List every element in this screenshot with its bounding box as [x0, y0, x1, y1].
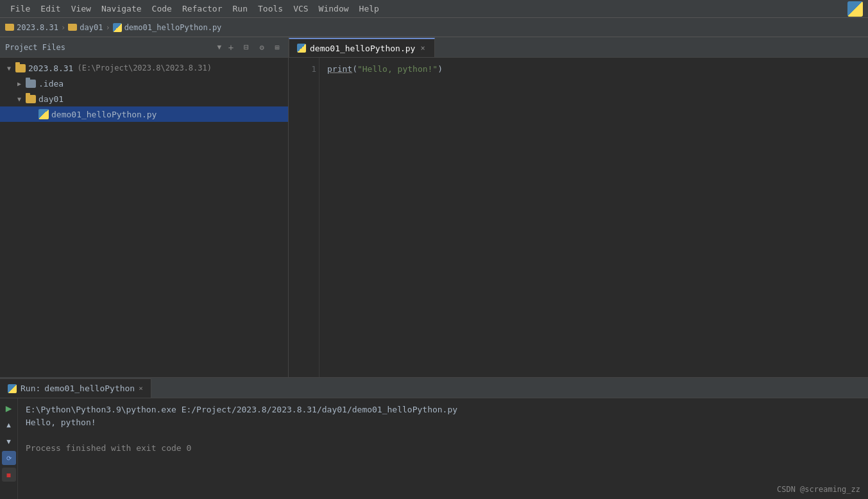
- tabs-bar: demo01_helloPython.py ×: [289, 37, 868, 58]
- breadcrumb-folder-label: day01: [80, 23, 103, 32]
- run-output: E:\Python\Python3.9\python.exe E:/Projec…: [18, 398, 868, 499]
- expand-root-icon: ▼: [5, 64, 13, 72]
- editor-tab-active[interactable]: demo01_helloPython.py ×: [289, 38, 435, 57]
- python-env-icon[interactable]: [847, 1, 863, 17]
- menu-code[interactable]: Code: [147, 3, 177, 15]
- run-down-button[interactable]: ▼: [2, 434, 16, 448]
- breadcrumb-sep-1: ›: [61, 23, 65, 32]
- breadcrumb-sep-2: ›: [105, 23, 110, 32]
- run-sidebar: ▶ ▲ ▼ ⟳ ■: [0, 398, 18, 499]
- sidebar-collapse-icon[interactable]: ⊟: [241, 42, 252, 53]
- breadcrumb-file-label: demo01_helloPython.py: [124, 23, 222, 32]
- run-output-line-4: Process finished with exit code 0: [26, 442, 860, 455]
- sidebar-header: Project Files ▼ + ⊟ ⚙ ⊞: [0, 37, 288, 58]
- sidebar-dropdown-arrow[interactable]: ▼: [217, 43, 221, 51]
- editor-run-area: Project Files ▼ + ⊟ ⚙ ⊞ ▼ 2023.8.31 (E:\…: [0, 37, 868, 377]
- expand-idea-icon: ▶: [15, 80, 23, 87]
- line-number-1: 1: [291, 63, 316, 76]
- menu-bar: File Edit View Navigate Code Refactor Ru…: [0, 0, 868, 18]
- run-tab-python-icon: [8, 384, 17, 393]
- tree-item-python-file[interactable]: demo01_helloPython.py: [0, 106, 288, 122]
- python-file-icon: [113, 23, 122, 32]
- watermark: CSDN @screaming_zz: [777, 485, 860, 494]
- breadcrumb-project[interactable]: 2023.8.31: [5, 23, 58, 32]
- run-tab-label: demo01_helloPython: [44, 384, 135, 393]
- tree-day01-label: day01: [38, 94, 64, 104]
- folder-icon-2: [68, 24, 77, 31]
- day01-folder-icon: [26, 95, 36, 103]
- menu-help[interactable]: Help: [354, 3, 384, 15]
- tree-item-day01[interactable]: ▼ day01: [0, 91, 288, 106]
- run-output-line-3: [26, 429, 860, 442]
- menu-navigate[interactable]: Navigate: [96, 3, 147, 15]
- sidebar-layout-icon[interactable]: ⊞: [271, 42, 283, 53]
- main-area: Project Files ▼ + ⊟ ⚙ ⊞ ▼ 2023.8.31 (E:\…: [0, 37, 868, 499]
- run-tab-prefix: Run:: [21, 384, 40, 393]
- run-stop-button[interactable]: ■: [2, 468, 16, 482]
- line-numbers: 1: [289, 58, 319, 377]
- code-string-value: "Hello, python!": [357, 64, 438, 74]
- run-tab-active[interactable]: Run: demo01_helloPython ×: [0, 378, 151, 398]
- tree-item-root[interactable]: ▼ 2023.8.31 (E:\Project\2023.8\2023.8.31…: [0, 60, 288, 76]
- folder-icon: [5, 24, 14, 31]
- menu-file[interactable]: File: [5, 3, 35, 15]
- breadcrumb-file[interactable]: demo01_helloPython.py: [113, 23, 222, 32]
- editor-area: demo01_helloPython.py × 1 print("Hello, …: [289, 37, 868, 377]
- run-panel-body: ▶ ▲ ▼ ⟳ ■ E:\Python\Python3.9\python.exe…: [0, 398, 868, 499]
- run-panel: Run: demo01_helloPython × ▶ ▲ ▼ ⟳ ■ E:\P…: [0, 377, 868, 499]
- run-up-button[interactable]: ▲: [2, 418, 16, 432]
- breadcrumb-project-label: 2023.8.31: [17, 23, 58, 32]
- sidebar-title: Project Files: [5, 43, 213, 52]
- editor-content: 1 print("Hello, python!"): [289, 58, 868, 377]
- editor-tab-close[interactable]: ×: [419, 43, 426, 53]
- sidebar: Project Files ▼ + ⊟ ⚙ ⊞ ▼ 2023.8.31 (E:\…: [0, 37, 289, 377]
- menu-view[interactable]: View: [66, 3, 96, 15]
- code-open-paren: (: [352, 64, 357, 74]
- run-play-button[interactable]: ▶: [2, 401, 16, 415]
- breadcrumb-folder[interactable]: day01: [68, 23, 103, 32]
- code-area[interactable]: print("Hello, python!"): [319, 58, 868, 377]
- run-rerun-button[interactable]: ⟳: [2, 451, 16, 465]
- breadcrumb-bar: 2023.8.31 › day01 › demo01_helloPython.p…: [0, 18, 868, 37]
- sidebar-tree: ▼ 2023.8.31 (E:\Project\2023.8\2023.8.31…: [0, 58, 288, 377]
- menu-tools[interactable]: Tools: [253, 3, 288, 15]
- idea-folder-icon: [26, 80, 36, 88]
- code-line-1: print("Hello, python!"): [327, 63, 860, 76]
- tree-root-label: 2023.8.31: [28, 63, 73, 73]
- menu-edit[interactable]: Edit: [35, 3, 65, 15]
- tree-idea-label: .idea: [38, 79, 64, 89]
- top-right-area: [847, 1, 863, 17]
- code-close-paren: ): [438, 64, 443, 74]
- tree-item-idea[interactable]: ▶ .idea: [0, 76, 288, 91]
- run-panel-tabs: Run: demo01_helloPython ×: [0, 378, 868, 398]
- python-file-tree-icon: [38, 109, 49, 119]
- root-folder-icon: [15, 64, 26, 72]
- run-output-line-1: E:\Python\Python3.9\python.exe E:/Projec…: [26, 403, 860, 416]
- sidebar-settings-icon[interactable]: ⚙: [256, 42, 268, 53]
- menu-run[interactable]: Run: [228, 3, 253, 15]
- tree-root-path: (E:\Project\2023.8\2023.8.31): [77, 63, 212, 72]
- tab-python-icon: [297, 44, 306, 53]
- menu-refactor[interactable]: Refactor: [177, 3, 228, 15]
- run-tab-close[interactable]: ×: [139, 384, 143, 393]
- editor-tab-label: demo01_helloPython.py: [310, 44, 415, 53]
- expand-day01-icon: ▼: [15, 95, 23, 103]
- code-builtin-print: print: [327, 64, 352, 74]
- menu-vcs[interactable]: VCS: [288, 3, 313, 15]
- menu-window[interactable]: Window: [314, 3, 354, 15]
- run-output-line-2: Hello, python!: [26, 416, 860, 429]
- tree-python-file-label: demo01_helloPython.py: [51, 110, 157, 119]
- sidebar-add-icon[interactable]: +: [225, 42, 237, 53]
